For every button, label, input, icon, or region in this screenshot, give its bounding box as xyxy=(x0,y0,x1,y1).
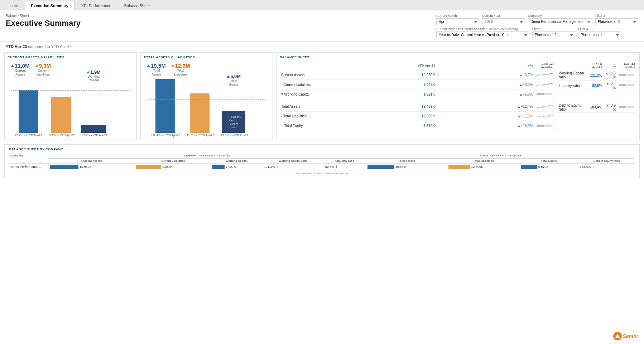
filter-3-label: Filter 3 xyxy=(595,14,638,18)
filter-company-select[interactable]: Demo Performance Management xyxy=(528,18,592,25)
filter-4: Filter 4 Placeholder 4 xyxy=(578,27,621,38)
ca-label1: CurrentAssets xyxy=(15,69,26,77)
card-current-assets: CURRENT ASSETS & LIABILITIES 11,0M Curre… xyxy=(4,52,137,140)
svg-rect-5 xyxy=(627,74,634,76)
bar-current-assets xyxy=(19,90,38,133)
der-info-icon: ℹ xyxy=(592,165,593,169)
filter-2: Filter 2 Placeholder 2 xyxy=(532,27,575,38)
tl-label: TotalLiabilities xyxy=(174,69,187,77)
bottom-section: BALANCE SHEET BY COMPANY Company CURRENT… xyxy=(4,144,640,178)
bottom-te: 6.870K xyxy=(520,163,578,170)
filter-period-select[interactable]: Year-to-Date: Current Year vs Previous Y… xyxy=(436,32,529,38)
spacer-row-3 xyxy=(557,94,636,97)
row-cl-name: - Current Liabilities xyxy=(280,80,330,89)
company-name: Demo Performance... xyxy=(9,163,48,170)
row-wc-name: = Working Capital xyxy=(280,89,330,99)
wcr-delta: ▲+0,5 pt xyxy=(604,70,617,81)
bottom-table: Company CURRENT ASSETS & LIABILITIES TOT… xyxy=(9,153,635,170)
header-right: Current Month Apr Current Year 2023 Comp… xyxy=(436,14,638,38)
col-wc: Working Capital xyxy=(211,158,262,164)
arrow-wc xyxy=(87,71,90,73)
der-name: Debt to Equity ratio xyxy=(557,102,588,113)
filter-current-year-select[interactable]: 2023 xyxy=(482,18,525,25)
row-tl-spark xyxy=(534,111,554,121)
bottom-te-val: 6.870K xyxy=(538,165,549,169)
wcr-spark xyxy=(617,70,636,81)
header-area: Balance Sheet Executive Summary Current … xyxy=(0,10,644,42)
wcr-info-icon: ℹ xyxy=(277,165,278,169)
filter-row-1: Current Month Apr Current Year 2023 Comp… xyxy=(436,14,638,25)
col-tl: Total Liabilities xyxy=(447,158,519,164)
period-label: YTD Apr-23 compared to YTD Apr-22 xyxy=(0,42,644,50)
row-ca-val: 10.969K xyxy=(330,70,437,80)
spark-der xyxy=(619,104,635,110)
row-wc-val: 1.921K xyxy=(330,89,437,99)
spark-wc xyxy=(537,91,553,97)
row-te-spark xyxy=(534,121,554,131)
row-cl-spark xyxy=(534,80,554,89)
logo-icon xyxy=(613,332,622,340)
balance-table: YTD Apr-23 △% Last 12months Current Asse… xyxy=(280,61,554,131)
row-cl-val: 9.048K xyxy=(330,80,437,89)
svg-rect-9 xyxy=(627,106,634,108)
wcr-name: Working Capital ratio xyxy=(557,70,588,81)
spark-ta xyxy=(537,103,553,110)
tab-home[interactable]: Home xyxy=(1,1,24,10)
col-name-header xyxy=(280,61,330,70)
col-ytd-header: YTD Apr-23 xyxy=(330,61,437,70)
ca-label2: CurrentLiabilities xyxy=(37,69,50,77)
ca-val2: 9,0M xyxy=(39,63,51,69)
tl-val: 12,6M xyxy=(175,63,190,69)
lr-info-icon: ℹ xyxy=(336,165,337,169)
te-label: TotalEquity xyxy=(227,79,241,87)
section-header-ta: TOTAL ASSETS & LIABILITIES xyxy=(366,153,635,158)
col-der: Debt to Equity ratio xyxy=(578,158,635,164)
table-row: Total Assets 19.469K ▲+12,4% xyxy=(280,102,554,112)
ta-label1: TotalAssets xyxy=(152,69,161,77)
bottom-der: 183,4% ℹ xyxy=(578,163,635,170)
filter-4-label: Filter 4 xyxy=(578,27,621,31)
filter-2-select[interactable]: Placeholder 2 xyxy=(532,32,575,38)
balance-left: YTD Apr-23 △% Last 12months Current Asse… xyxy=(280,61,554,131)
row-tl-delta: ▲+11,5% xyxy=(437,111,534,121)
section-header-ca: CURRENT ASSETS & LIABILITIES xyxy=(48,153,366,158)
tab-kpi-performance[interactable]: KPI Performance xyxy=(75,1,117,10)
arrow-up-2 xyxy=(35,64,38,67)
te-val: 6,9M xyxy=(230,74,241,79)
spark-lr xyxy=(619,82,635,88)
bottom-ca: 10.969K xyxy=(48,163,135,170)
filter-current-year-label: Current Year xyxy=(482,14,525,18)
filter-3-select[interactable]: Placeholder 3 xyxy=(595,18,638,25)
table-row: = Working Capital 1.921K ▲+6,0% xyxy=(280,89,554,99)
filter-4-select[interactable]: Placeholder 4 xyxy=(578,32,621,38)
row-te-val: 6.870K xyxy=(330,121,437,131)
debt-equity-bar: ▼ 183,4%Debt toEquityratio xyxy=(222,111,245,133)
bar-ta-pct: +12,4% vs YTD Apr-22 xyxy=(151,134,180,137)
der-delta: ▼-3,9 pt xyxy=(604,102,617,113)
filter-3: Filter 3 Placeholder 3 xyxy=(595,14,638,25)
bottom-der-val: 183,4% xyxy=(580,165,591,169)
ratio-ytd-header: YTD Apr-23 xyxy=(588,61,604,70)
col-company: Company xyxy=(9,153,48,158)
wc-val: 1,9M xyxy=(90,69,101,75)
arrow-ta xyxy=(147,64,150,67)
filter-current-month-select[interactable]: Apr xyxy=(436,18,479,25)
row-te-delta: ▲+13,9% xyxy=(437,121,534,131)
spacer-row-4 xyxy=(557,97,636,100)
bar-te-pct: +13,9% vs YTD Apr-22 xyxy=(219,134,248,137)
ratios-panel: YTD Apr-23 △ Last 12months Working Capit… xyxy=(554,61,636,131)
bar-ca-pct: +3,7% vs YTD Apr-22 xyxy=(15,134,42,137)
bar-current-liabilities xyxy=(51,97,71,133)
filter-current-month-label: Current Month xyxy=(436,14,479,18)
filter-current-year: Current Year 2023 xyxy=(482,14,525,25)
ta-val1: 19,5M xyxy=(151,63,166,69)
col-ta: Total Assets xyxy=(366,158,447,164)
card-total-assets: TOTAL ASSETS & LIABILITIES 19,5M TotalAs… xyxy=(140,52,273,140)
tab-balance-sheet[interactable]: Balance Sheet xyxy=(118,1,156,10)
lr-name: Liquidity ratio xyxy=(557,81,588,91)
bar-working-capital xyxy=(81,125,106,133)
bottom-wc-val: 1.921K xyxy=(226,165,236,169)
filter-period-label: Current Period vs Reference Period defin… xyxy=(436,27,529,31)
bottom-note: Current Period (line is Reference Period… xyxy=(9,172,635,175)
tab-executive-summary[interactable]: Executive Summary xyxy=(25,1,75,10)
